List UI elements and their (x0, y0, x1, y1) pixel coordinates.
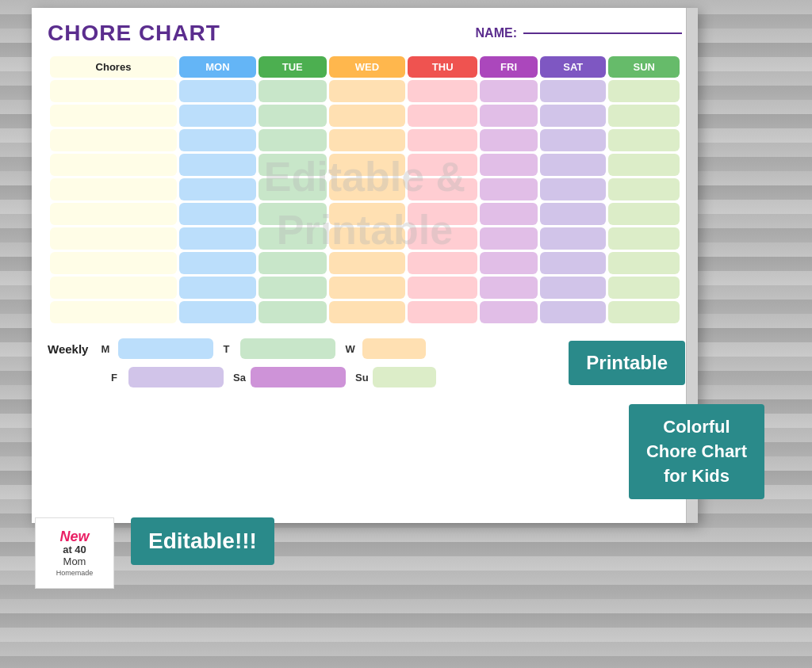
day-cell (259, 227, 327, 250)
day-cell (179, 105, 256, 127)
logo-mom: Mom (63, 555, 86, 567)
chart-paper: CHORE CHART NAME: Chores MON TUE WED THU… (32, 8, 698, 523)
table-row (50, 178, 680, 200)
weekly-sa-box (251, 367, 346, 387)
table-row (50, 227, 680, 250)
day-cell (408, 154, 477, 176)
chore-name-cell (50, 203, 177, 225)
logo-homemade: Homemade (56, 569, 94, 577)
logo-new: New (59, 529, 89, 544)
chart-header: CHORE CHART NAME: (48, 21, 682, 46)
chore-name-cell (50, 277, 177, 299)
day-cell (259, 252, 327, 274)
weekly-day-t: T (223, 338, 335, 359)
day-cell (408, 203, 477, 225)
day-cell (540, 252, 606, 274)
weekly-m-letter: M (101, 343, 115, 355)
table-row (50, 105, 680, 127)
day-cell (608, 252, 680, 274)
day-cell (329, 227, 406, 250)
weekly-m-box (118, 338, 213, 359)
day-cell (408, 277, 477, 299)
chore-name-cell (50, 301, 177, 323)
day-cell (329, 203, 406, 225)
day-cell (408, 252, 477, 274)
day-cell (179, 178, 256, 200)
th-chores: Chores (50, 56, 177, 78)
th-wed: WED (329, 56, 406, 78)
chore-name-cell (50, 178, 177, 200)
chore-name-cell (50, 252, 177, 274)
day-cell (480, 105, 538, 127)
day-cell (179, 80, 256, 102)
name-label: NAME: (476, 26, 517, 40)
th-sun: SUN (608, 56, 680, 78)
day-cell (259, 105, 327, 127)
colorful-line3: for Kids (664, 466, 730, 486)
day-cell (179, 301, 256, 323)
day-cell (480, 301, 538, 323)
day-cell (259, 80, 327, 102)
day-cell (540, 154, 606, 176)
weekly-day-su: Su (355, 367, 436, 387)
day-cell (608, 203, 680, 225)
day-cell (480, 277, 538, 299)
table-row (50, 252, 680, 274)
table-row (50, 129, 680, 151)
day-cell (608, 129, 680, 151)
weekly-w-letter: W (345, 343, 359, 355)
day-cell (608, 154, 680, 176)
chart-title: CHORE CHART (48, 21, 220, 46)
day-cell (480, 178, 538, 200)
chart-content: CHORE CHART NAME: Chores MON TUE WED THU… (48, 21, 682, 387)
day-cell (179, 154, 256, 176)
day-cell (329, 154, 406, 176)
logo-box: New at 40 Mom Homemade (35, 517, 114, 589)
chore-name-cell (50, 154, 177, 176)
th-thu: THU (408, 56, 477, 78)
day-cell (329, 178, 406, 200)
day-cell (408, 129, 477, 151)
table-header-row: Chores MON TUE WED THU FRI SAT SUN (50, 56, 680, 78)
name-area: NAME: (476, 26, 682, 40)
day-cell (408, 227, 477, 250)
day-cell (408, 178, 477, 200)
day-cell (540, 178, 606, 200)
day-cell (259, 301, 327, 323)
day-cell (259, 154, 327, 176)
day-cell (480, 154, 538, 176)
weekly-day-f: F (111, 367, 224, 387)
colorful-line2: Chore Chart (646, 441, 747, 461)
logo-at40: at 40 (63, 544, 86, 555)
day-cell (259, 129, 327, 151)
day-cell (179, 129, 256, 151)
weekly-day-w: W (345, 338, 426, 359)
table-row (50, 301, 680, 323)
banner-colorful: Colorful Chore Chart for Kids (629, 404, 764, 499)
day-cell (608, 105, 680, 127)
weekly-su-letter: Su (355, 372, 370, 384)
day-cell (408, 80, 477, 102)
day-cell (540, 227, 606, 250)
day-cell (179, 252, 256, 274)
weekly-sa-letter: Sa (233, 372, 247, 384)
table-row (50, 277, 680, 299)
day-cell (540, 301, 606, 323)
chore-table: Chores MON TUE WED THU FRI SAT SUN (48, 54, 682, 326)
weekly-t-letter: T (223, 343, 237, 355)
banner-editable: Editable!!! (131, 517, 274, 565)
day-cell (480, 129, 538, 151)
weekly-t-box (240, 338, 335, 359)
chore-name-cell (50, 129, 177, 151)
day-cell (179, 277, 256, 299)
th-mon: MON (179, 56, 256, 78)
th-sat: SAT (540, 56, 606, 78)
table-row (50, 154, 680, 176)
day-cell (608, 301, 680, 323)
th-tue: TUE (259, 56, 327, 78)
day-cell (540, 129, 606, 151)
day-cell (259, 178, 327, 200)
day-cell (408, 301, 477, 323)
day-cell (259, 277, 327, 299)
weekly-f-letter: F (111, 372, 125, 384)
